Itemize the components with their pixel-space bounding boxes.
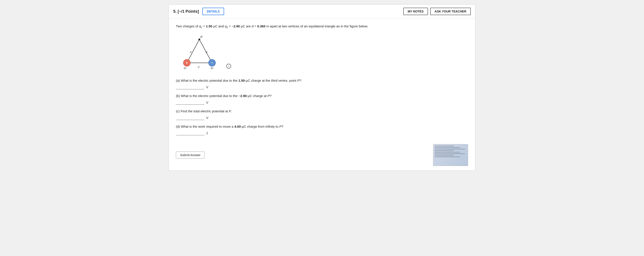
- unit-label-b: V: [206, 100, 208, 104]
- thumbnail-area: [433, 144, 468, 166]
- question-row-b: (b) What is the electric potential due t…: [176, 93, 468, 105]
- unit-label-c: V: [206, 116, 208, 120]
- header-right: MY NOTES ASK YOUR TEACHER: [403, 8, 471, 15]
- thumb-line-6: [434, 153, 465, 154]
- question-text-d: (d) What is the work required to move a …: [176, 124, 468, 129]
- answer-input-a[interactable]: [176, 84, 204, 89]
- answer-input-c[interactable]: [176, 115, 204, 120]
- answer-row-c: V: [176, 115, 468, 120]
- info-icon[interactable]: i: [226, 64, 231, 68]
- header-bar: 5. [–/1 Points] DETAILS MY NOTES ASK YOU…: [169, 4, 475, 18]
- svg-text:−: −: [211, 61, 213, 64]
- svg-text:d: d: [190, 50, 192, 54]
- question-label: 5. [–/1 Points]: [173, 9, 199, 14]
- svg-text:d: d: [206, 50, 208, 54]
- svg-text:q₂: q₂: [211, 66, 214, 70]
- question-row-d: (d) What is the work required to move a …: [176, 124, 468, 135]
- footer-area: Submit Answer: [169, 140, 475, 170]
- thumb-line-5: [434, 152, 460, 153]
- header-left: 5. [–/1 Points] DETAILS: [173, 8, 224, 15]
- svg-text:+: +: [186, 61, 188, 64]
- triangle-figure: P + q₁ − q₂ d d d: [176, 33, 224, 73]
- thumb-line-1: [434, 146, 454, 146]
- svg-text:P: P: [200, 35, 202, 39]
- my-notes-button[interactable]: MY NOTES: [403, 8, 428, 15]
- thumb-line-3: [434, 149, 465, 150]
- thumb-line-7: [434, 155, 454, 156]
- details-button[interactable]: DETAILS: [202, 8, 224, 15]
- ask-teacher-button[interactable]: ASK YOUR TEACHER: [430, 8, 471, 15]
- answer-input-b[interactable]: [176, 100, 204, 105]
- thumb-line-8: [434, 156, 460, 157]
- unit-label-d: J: [206, 131, 208, 135]
- svg-line-1: [187, 40, 199, 63]
- question-text-b: (b) What is the electric potential due t…: [176, 93, 468, 98]
- problem-container: 5. [–/1 Points] DETAILS MY NOTES ASK YOU…: [169, 4, 475, 170]
- thumb-line-4: [434, 150, 454, 151]
- svg-point-3: [198, 38, 200, 40]
- svg-text:d: d: [198, 65, 200, 68]
- submit-button[interactable]: Submit Answer: [176, 152, 204, 158]
- problem-statement: Two charges of q1 = 1.50 μC and q2 = −2.…: [176, 24, 468, 29]
- answer-row-b: V: [176, 100, 468, 105]
- questions-section: (a) What is the electric potential due t…: [176, 78, 468, 135]
- thumbnail-inner: [433, 144, 468, 166]
- thumb-line-2: [434, 147, 460, 148]
- question-row-c: (c) Find the total electric potential at…: [176, 108, 468, 120]
- unit-label-a: V: [206, 85, 208, 89]
- figure-container: P + q₁ − q₂ d d d i: [176, 33, 468, 73]
- answer-input-d[interactable]: [176, 130, 204, 135]
- content-area: Two charges of q1 = 1.50 μC and q2 = −2.…: [169, 18, 475, 140]
- question-text-c: (c) Find the total electric potential at…: [176, 108, 468, 114]
- answer-row-d: J: [176, 130, 468, 135]
- question-row-a: (a) What is the electric potential due t…: [176, 78, 468, 89]
- question-text-a: (a) What is the electric potential due t…: [176, 78, 468, 83]
- answer-row-a: V: [176, 84, 468, 89]
- svg-text:q₁: q₁: [184, 66, 186, 70]
